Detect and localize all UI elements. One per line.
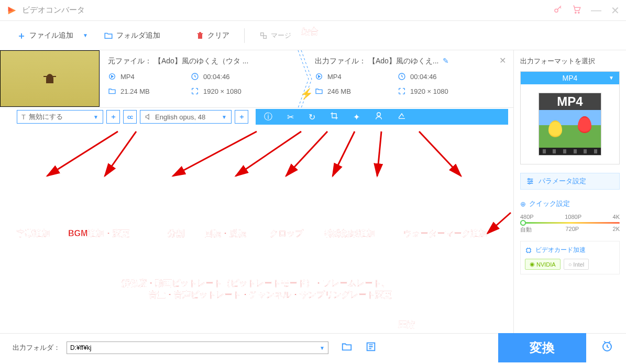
watermark-text-tool[interactable] [375, 112, 383, 122]
source-resolution: 1920 × 1080 [203, 87, 241, 95]
subtitle-mode-value: 無効にする [29, 112, 63, 122]
watermark-image-tool[interactable] [398, 112, 406, 122]
edit-toolbar: T 無効にする ▼ ＋ cc English opus, 48 ▼ ＋ ⓘ ✂ … [0, 108, 513, 126]
output-duration: 00:04:46 [410, 73, 437, 81]
annotation-effect: 特殊効果追加 [325, 228, 375, 239]
source-file-name: 【Ado】風のゆくえ（ウタ ... [154, 57, 248, 65]
convert-label: 変換 [530, 340, 555, 355]
add-file-label: ファイル追加 [29, 31, 73, 40]
resolution-slider[interactable]: 480P1080P4K 自動720P2K [520, 214, 620, 235]
intel-label: Intel [573, 261, 584, 268]
format-selector[interactable]: MP4▼ MP4 [520, 71, 620, 164]
annotation-param1: 解像度・動画ビットレート（ビットレートモード）・フレームレート、 [122, 278, 390, 289]
res-auto: 自動 [520, 226, 532, 234]
convert-button[interactable]: 変換 [498, 333, 586, 362]
remove-file-button[interactable]: ✕ [499, 56, 506, 65]
app-title: ビデオコンバータ [22, 5, 553, 15]
svg-point-19 [528, 179, 530, 180]
svg-line-10 [47, 131, 118, 176]
info-tool[interactable]: ⓘ [264, 112, 272, 123]
right-panel: 出力フォーマットを選択 MP4▼ MP4 パラメータ設定 ⊕クイック設定 480… [513, 50, 626, 333]
intel-badge[interactable]: ○ Intel [564, 259, 589, 270]
svg-point-2 [578, 12, 579, 13]
annotation-crop: クロップ [270, 228, 303, 239]
svg-line-14 [286, 131, 327, 176]
quick-title-label: クイック設定 [529, 199, 570, 208]
svg-line-18 [487, 213, 511, 234]
add-subtitle-button[interactable]: ＋ [106, 110, 120, 124]
chevron-down-icon: ▼ [609, 75, 614, 81]
svg-line-15 [333, 131, 355, 176]
gpu-accel-box: ビデオカード加速 ◉ NVIDIA ○ Intel [520, 241, 620, 274]
crop-tool[interactable] [330, 112, 338, 122]
resolution-icon [191, 87, 199, 95]
res-480p: 480P [520, 214, 534, 220]
speaker-icon [145, 113, 152, 120]
svg-line-11 [105, 131, 136, 176]
res-4k: 4K [613, 214, 620, 220]
format-thumbnail: MP4 [539, 93, 601, 156]
gpu-title-label: ビデオカード加速 [535, 246, 586, 255]
merge-button[interactable]: マージ [259, 31, 291, 40]
slider-handle[interactable] [520, 220, 526, 226]
svg-point-0 [555, 9, 558, 12]
chevron-down-icon[interactable]: ▼ [83, 32, 88, 38]
params-button[interactable]: パラメータ設定 [520, 173, 620, 190]
chevron-down-icon: ▼ [93, 114, 98, 120]
annotation-param2: 音量・音声ビットレート・チャンネル・サンプリングレート変更 [149, 290, 392, 301]
svg-point-21 [529, 183, 530, 184]
svg-line-13 [236, 131, 301, 176]
audio-track-value: English opus, 48 [155, 113, 205, 121]
output-format: MP4 [327, 73, 342, 81]
edit-name-button[interactable]: ✎ [443, 57, 449, 65]
subtitle-mode-select[interactable]: T 無効にする ▼ [17, 110, 103, 124]
nvidia-badge[interactable]: ◉ NVIDIA [525, 259, 561, 270]
source-size: 21.24 MB [120, 87, 150, 95]
cut-tool[interactable]: ✂ [287, 112, 294, 122]
minimize-button[interactable]: — [591, 4, 601, 16]
resolution-icon [398, 87, 406, 95]
params-label: パラメータ設定 [539, 177, 586, 186]
annotation-split: 分割 [168, 228, 184, 239]
audio-track-select[interactable]: English opus, 48 ▼ [140, 110, 232, 124]
output-file-name: 【Ado】風のゆくえ... [368, 57, 439, 65]
clear-button[interactable]: クリア [196, 31, 229, 40]
svg-line-17 [419, 131, 461, 176]
annotation-merge: 結合 [302, 26, 319, 37]
file-row: ✕ ⚡ 元ファイル： 【Ado】風のゆくえ（ウタ ... MP4 00:04:4… [0, 50, 513, 108]
svg-rect-22 [527, 248, 531, 252]
close-button[interactable]: ✕ [611, 4, 620, 17]
add-folder-button[interactable]: フォルダ追加 [104, 31, 160, 40]
effect-tool[interactable]: ✦ [353, 112, 360, 122]
mp4-label: MP4 [539, 93, 601, 110]
add-file-button[interactable]: ＋ ファイル追加 [17, 29, 73, 42]
output-resolution: 1920 × 1080 [410, 87, 448, 95]
bottom-bar: 出力フォルダ： D:¥ff¥kj ▼ 変換 [0, 333, 626, 362]
compress-button[interactable] [365, 341, 377, 355]
video-thumbnail[interactable] [0, 50, 100, 107]
output-size: 246 MB [327, 87, 351, 95]
merge-label: マージ [271, 31, 291, 40]
open-folder-button[interactable] [341, 341, 353, 355]
res-2k: 2K [613, 226, 620, 234]
schedule-button[interactable] [601, 340, 613, 356]
res-720p: 720P [565, 226, 579, 234]
source-format: MP4 [120, 73, 135, 81]
svg-line-12 [173, 131, 257, 176]
folder-icon [104, 31, 113, 40]
svg-line-16 [377, 131, 381, 176]
trash-icon [196, 31, 204, 40]
titlebar: ビデオコンバータ — ✕ [0, 0, 626, 21]
cart-icon[interactable] [572, 5, 581, 16]
cc-button[interactable]: cc [123, 110, 137, 124]
out-folder-select[interactable]: D:¥ff¥kj ▼ [67, 341, 328, 354]
annotation-rotate: 回転・反転 [204, 228, 246, 239]
annotation-subtitle: 字幕追加 [17, 228, 50, 239]
rotate-tool[interactable]: ↻ [309, 112, 315, 122]
key-icon[interactable] [553, 5, 563, 16]
annotation-bgm: BGM追加・変更 [68, 228, 129, 239]
folder-icon [108, 87, 116, 95]
source-duration: 00:04:46 [203, 73, 230, 81]
clear-label: クリア [207, 31, 229, 40]
add-audio-button[interactable]: ＋ [235, 110, 248, 124]
